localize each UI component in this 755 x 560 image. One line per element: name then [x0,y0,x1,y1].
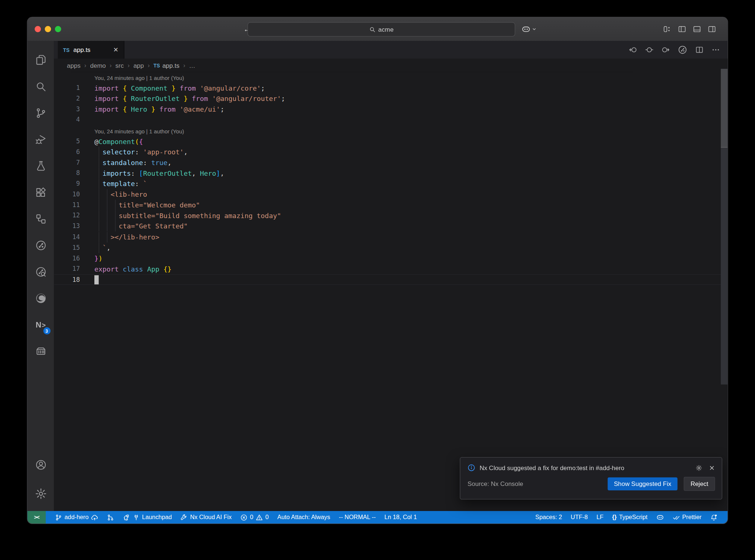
vim-mode-status[interactable]: -- NORMAL -- [334,511,380,524]
line-number[interactable]: 3 [54,104,80,115]
editor-scrollbar[interactable] [721,69,727,385]
breadcrumb-segment[interactable]: app [133,62,144,69]
formatter-status[interactable]: Prettier [668,511,706,524]
activity-item-explorer[interactable] [30,50,51,71]
encoding-status[interactable]: UTF-8 [566,511,592,524]
code-line[interactable]: 2import { RouterOutlet } from '@angular/… [54,94,727,104]
breadcrumb-segment[interactable]: demo [90,62,106,69]
panel-bottom-icon[interactable] [693,25,701,33]
activity-item-project-structure[interactable] [30,209,51,230]
language-status[interactable]: {}TypeScript [608,511,652,524]
auto-attach-status[interactable]: Auto Attach: Always [273,511,335,524]
tab-app-ts[interactable]: TS app.ts ✕ [58,41,124,59]
copilot-status[interactable] [652,511,668,524]
line-number[interactable]: 16 [54,253,80,264]
code-line[interactable]: 8 imports: [RouterOutlet, Hero], [54,168,727,179]
codelens-blame[interactable]: You, 24 minutes ago | 1 author (You) [94,72,184,83]
close-tab-icon[interactable]: ✕ [113,46,118,53]
code-line[interactable]: 16}) [54,253,727,264]
activity-item-settings[interactable] [30,483,51,504]
line-number[interactable]: 8 [54,168,80,179]
code-line[interactable]: 3import { Hero } from '@acme/ui'; [54,104,727,115]
breadcrumb-segment[interactable]: src [115,62,124,69]
codelens-row[interactable]: You, 24 minutes ago | 1 author (You) [54,72,727,83]
activity-item-extensions[interactable] [30,182,51,203]
activity-item-source-control[interactable] [30,102,51,123]
code-line[interactable]: 5@Component({ [54,136,727,147]
code-line[interactable]: 14 ></lib-hero> [54,232,727,242]
activity-item-target-search[interactable] [30,261,51,282]
code-line[interactable]: 7 standalone: true, [54,157,727,168]
code-line[interactable]: 6 selector: 'app-root', [54,147,727,157]
codelens-blame[interactable]: You, 24 minutes ago | 1 author (You) [94,125,184,136]
line-number[interactable]: 2 [54,94,80,104]
line-number[interactable]: 17 [54,263,80,274]
indentation-status[interactable]: Spaces: 2 [531,511,566,524]
code-line[interactable]: 1import { Component } from '@angular/cor… [54,83,727,94]
scrollbar-thumb[interactable] [721,69,727,147]
activity-item-containers[interactable] [30,341,51,362]
line-number[interactable]: 11 [54,200,80,210]
line-number[interactable]: 9 [54,179,80,189]
minimize-window-button[interactable] [45,26,51,32]
code-editor[interactable]: You, 24 minutes ago | 1 author (You)1imp… [54,72,727,511]
code-line[interactable]: 9 template: ` [54,179,727,189]
line-number[interactable]: 5 [54,136,80,147]
split-editor-icon[interactable] [695,46,703,54]
copilot-menu[interactable] [522,17,537,41]
line-number[interactable]: 14 [54,232,80,242]
activity-item-run-target[interactable] [30,235,51,256]
cursor-position-status[interactable]: Ln 18, Col 1 [380,511,421,524]
launchpad-status[interactable]: Launchpad [118,511,176,524]
notification-close-icon[interactable] [709,465,715,471]
nx-cloud-ai-fix-status[interactable]: Nx Cloud AI Fix [176,511,236,524]
panel-left-icon[interactable] [678,25,686,33]
activity-item-nx-console[interactable]: N>3 [30,314,51,335]
remote-indicator[interactable]: >< [27,511,46,524]
notifications-bell[interactable] [706,511,722,524]
customize-layout-icon[interactable] [663,25,671,33]
line-number[interactable]: 18 [54,275,80,286]
activity-item-accounts[interactable] [30,454,51,475]
line-number[interactable]: 10 [54,189,80,200]
reject-button[interactable]: Reject [684,477,715,491]
code-line[interactable]: 13 cta="Get Started" [54,221,727,232]
line-number[interactable]: 6 [54,147,80,157]
breadcrumb-segment[interactable]: apps [67,62,81,69]
activity-item-testing[interactable] [30,155,51,176]
code-line[interactable]: 17export class App {} [54,263,727,274]
git-graph-status[interactable] [102,511,118,524]
nav-position-icon[interactable] [645,46,653,54]
line-number[interactable]: 15 [54,242,80,253]
line-number[interactable]: 1 [54,83,80,94]
panel-right-icon[interactable] [708,25,716,33]
eol-status[interactable]: LF [592,511,608,524]
activity-item-run-and-debug[interactable] [30,129,51,150]
breadcrumb-overflow[interactable]: … [189,62,195,69]
breadcrumb-file[interactable]: TSapp.ts [153,62,179,69]
code-line[interactable]: 4 [54,115,727,125]
nav-forward-icon[interactable] [662,46,670,54]
line-number[interactable]: 13 [54,221,80,232]
show-suggested-fix-button[interactable]: Show Suggested Fix [608,477,678,490]
line-number[interactable]: 7 [54,157,80,168]
codelens-row[interactable]: You, 24 minutes ago | 1 author (You) [54,125,727,136]
code-line[interactable]: 18 [54,274,727,285]
code-line[interactable]: 10 <lib-hero [54,189,727,200]
code-line[interactable]: 11 title="Welcmoe demo" [54,200,727,210]
activity-item-search[interactable] [30,76,51,97]
activity-item-edge-browser[interactable] [30,288,51,309]
line-number[interactable]: 4 [54,115,80,125]
line-number[interactable]: 12 [54,210,80,221]
notification-settings-gear-icon[interactable] [695,464,703,472]
code-line[interactable]: 12 subtitle="Build something amazing tod… [54,210,727,221]
nav-back-icon[interactable] [629,46,637,54]
more-actions-icon[interactable] [711,46,720,54]
zoom-window-button[interactable] [55,26,61,32]
problems-status[interactable]: 00 [236,511,273,524]
close-window-button[interactable] [35,26,41,32]
branch-status[interactable]: add-hero [51,511,102,524]
code-line[interactable]: 15 `, [54,242,727,253]
command-center-search[interactable]: acme [247,22,515,36]
run-circle-icon[interactable] [678,45,687,55]
